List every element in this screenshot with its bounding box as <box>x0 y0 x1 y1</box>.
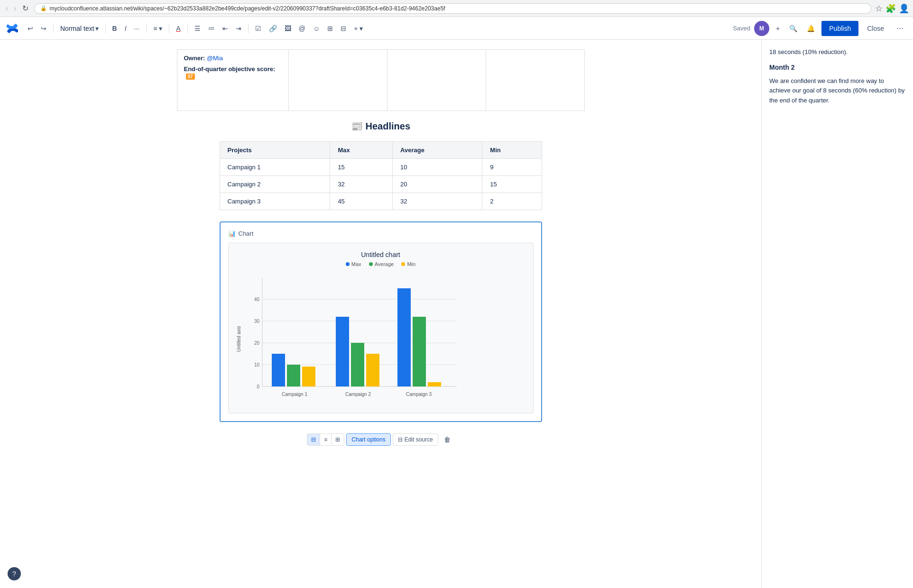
content-area: Owner: @Mia End-of-quarter objective sco… <box>0 40 761 588</box>
avatar[interactable]: M <box>754 21 769 36</box>
legend-max-label: Max <box>351 261 361 267</box>
table-body: Campaign 115109Campaign 2322015Campaign … <box>220 159 542 210</box>
chart-header: 📊 Chart <box>228 230 534 237</box>
label-c3: Campaign 3 <box>406 392 432 397</box>
redo-button[interactable]: ↪ <box>38 23 49 34</box>
chart-legend: Max Average Min <box>236 261 526 267</box>
table-cell-1-0: Campaign 2 <box>220 176 330 193</box>
table-cell-2-1: 45 <box>330 193 393 210</box>
indent-button[interactable]: ⇥ <box>233 23 244 34</box>
add-collaborator-button[interactable]: + <box>773 23 783 34</box>
chart-view-1-button[interactable]: ⊟ <box>307 434 320 445</box>
close-button[interactable]: Close <box>862 21 889 36</box>
saved-status: Saved <box>733 25 750 32</box>
separator-1 <box>53 24 54 33</box>
publish-button[interactable]: Publish <box>821 21 858 36</box>
more-text-button[interactable]: ··· <box>131 23 143 34</box>
chart-view-2-button[interactable]: ≡ <box>320 434 332 445</box>
table-button[interactable]: ⊞ <box>324 23 336 34</box>
table-header-row: Projects Max Average Min <box>220 142 542 159</box>
browser-navigation: ‹ › ↻ <box>4 3 30 14</box>
table-cell-2-0: Campaign 3 <box>220 193 330 210</box>
bar-c2-max <box>336 317 349 386</box>
col-min: Min <box>482 142 542 159</box>
chart-toolbar: ⊟ ≡ ⊞ Chart options ⊟ Edit source 🗑 <box>177 433 585 446</box>
numbered-list-button[interactable]: ≔ <box>205 23 218 34</box>
chart-label: Chart <box>239 230 254 237</box>
search-button[interactable]: 🔍 <box>786 23 800 34</box>
table-row: Campaign 345322 <box>220 193 542 210</box>
bar-chart-svg: 0 10 20 30 40 <box>243 273 461 405</box>
link-button[interactable]: 🔗 <box>266 23 280 34</box>
col-max: Max <box>330 142 393 159</box>
separator-6 <box>248 24 249 33</box>
emoji-button[interactable]: ☺ <box>310 23 323 34</box>
chart-container[interactable]: 📊 Chart Untitled chart Max Av <box>220 221 542 422</box>
help-button[interactable]: ? <box>8 567 21 580</box>
back-button[interactable]: ‹ <box>4 3 10 14</box>
edit-source-button[interactable]: ⊟ Edit source <box>393 433 438 446</box>
headlines-section: 📰 Headlines Projects Max Average Min <box>177 120 585 446</box>
image-button[interactable]: 🖼 <box>282 23 294 34</box>
align-button[interactable]: ≡ ▾ <box>150 23 165 34</box>
svg-text:10: 10 <box>254 362 259 368</box>
y-axis-label: Untitled axis <box>236 273 241 405</box>
delete-chart-button[interactable]: 🗑 <box>440 433 454 446</box>
label-c1: Campaign 1 <box>282 392 307 397</box>
editor-toolbar: ↩ ↪ Normal text ▾ B I ··· ≡ ▾ A ☰ ≔ ⇤ ⇥ … <box>0 17 913 40</box>
chart-view-3-button[interactable]: ⊞ <box>332 434 344 445</box>
notification-button[interactable]: 🔔 <box>804 23 818 34</box>
table-cell-1-3: 15 <box>482 176 542 193</box>
bar-c3-avg <box>413 317 426 386</box>
legend-dot-min <box>401 262 405 266</box>
bar-c3-min <box>428 382 441 386</box>
reload-button[interactable]: ↻ <box>20 3 30 14</box>
chart-options-button[interactable]: Chart options <box>346 433 390 446</box>
more-options-button[interactable]: ··· <box>893 21 907 35</box>
more-insert-button[interactable]: + ▾ <box>351 23 366 34</box>
bar-c2-min <box>366 354 379 386</box>
confluence-logo[interactable] <box>6 22 19 35</box>
bold-button[interactable]: B <box>110 23 120 34</box>
bar-c1-avg <box>287 365 300 386</box>
chart-title: Untitled chart <box>236 251 526 258</box>
undo-button[interactable]: ↩ <box>25 23 36 34</box>
headlines-emoji: 📰 <box>351 121 363 131</box>
top-cell-1: Owner: @Mia End-of-quarter objective sco… <box>177 50 289 110</box>
text-style-dropdown[interactable]: Normal text ▾ <box>57 23 101 34</box>
mention-button[interactable]: @ <box>296 23 308 34</box>
table-cell-1-1: 32 <box>330 176 393 193</box>
outdent-button[interactable]: ⇤ <box>220 23 231 34</box>
chart-icon: 📊 <box>228 230 236 237</box>
layout-button[interactable]: ⊟ <box>338 23 349 34</box>
profile-icon[interactable]: 👤 <box>899 3 909 14</box>
separator-5 <box>187 24 188 33</box>
toolbar-right: Saved M + 🔍 🔔 Publish Close ··· <box>733 21 907 36</box>
table-cell-2-3: 2 <box>482 193 542 210</box>
table-cell-0-0: Campaign 1 <box>220 159 330 176</box>
bar-c1-max <box>272 354 285 386</box>
svg-text:40: 40 <box>254 297 259 302</box>
table-cell-0-3: 9 <box>482 159 542 176</box>
star-icon[interactable]: ☆ <box>875 3 883 14</box>
table-row: Campaign 115109 <box>220 159 542 176</box>
svg-text:0: 0 <box>257 384 259 389</box>
eq-badge: 07 <box>186 74 195 80</box>
bar-c1-min <box>302 367 315 386</box>
bullet-list-button[interactable]: ☰ <box>192 23 203 34</box>
task-button[interactable]: ☑ <box>252 23 264 34</box>
address-bar[interactable]: 🔒 mycloudconfluence.atlassian.net/wiki/s… <box>34 3 871 14</box>
extension-icon[interactable]: 🧩 <box>885 3 896 14</box>
chart-svg-area: Untitled axis <box>236 273 526 405</box>
legend-min-label: Min <box>407 261 415 267</box>
edit-source-icon: ⊟ <box>398 436 403 443</box>
col-average: Average <box>393 142 482 159</box>
forward-button[interactable]: › <box>12 3 18 14</box>
sidebar-month2-title: Month 2 <box>769 63 905 73</box>
text-color-button[interactable]: A <box>173 23 183 34</box>
owner-label: Owner: <box>184 55 205 62</box>
page-content: Owner: @Mia End-of-quarter objective sco… <box>167 49 594 579</box>
chart-inner: Untitled chart Max Average <box>228 243 534 413</box>
top-cell-2 <box>289 50 387 110</box>
italic-button[interactable]: I <box>122 23 129 34</box>
